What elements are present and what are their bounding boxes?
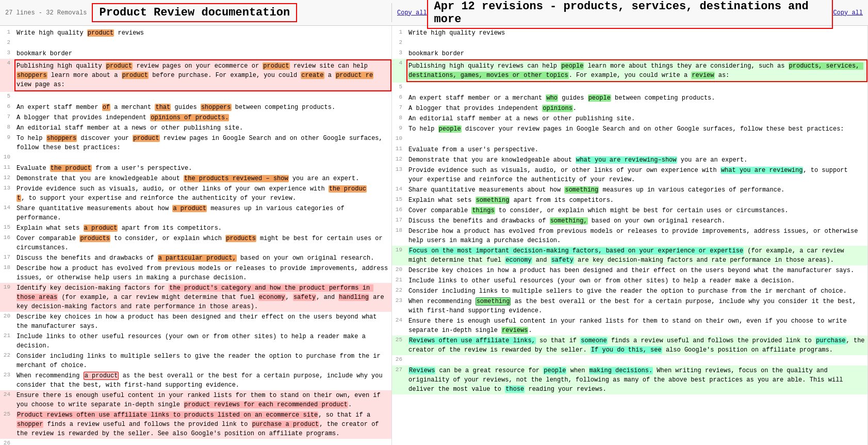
right-panel[interactable]: 1 Write high quality reviews 2 3 bookmar… — [392, 26, 868, 445]
table-row: 18 Describe how a product has evolved fr… — [0, 263, 391, 283]
table-row: 25 Product reviews often use affiliate l… — [0, 410, 391, 439]
table-row: 21 Include links to other useful resourc… — [392, 276, 867, 286]
meta-info-left: 27 lines - 32 Removals — [5, 9, 87, 17]
table-row: 8 An editorial staff member at a news or… — [392, 114, 867, 124]
table-row: 26 — [0, 439, 391, 445]
table-row: 14 Share quantitative measurements about… — [392, 185, 867, 195]
left-title: Product Review documentation — [92, 3, 297, 22]
table-row: 1 Write high quality reviews — [392, 28, 867, 38]
table-row: 24 Ensure there is enough useful content… — [392, 316, 867, 336]
table-row: 12 Demonstrate that you are knowledgeabl… — [0, 173, 391, 184]
right-panel-content: 1 Write high quality reviews 2 3 bookmar… — [392, 26, 867, 396]
line-count: 27 lines - 32 Removals — [5, 9, 87, 17]
table-row: 25 Reviews often use affiliate links, so… — [392, 336, 867, 355]
left-panel[interactable]: 1 Write high quality product reviews 2 3… — [0, 26, 392, 445]
table-row: 13 Provide evidence such as visuals, aud… — [392, 165, 867, 185]
table-row: 15 Explain what sets something apart fro… — [392, 195, 867, 205]
highlight: product — [87, 29, 114, 37]
table-row: 24 Ensure there is enough useful content… — [0, 390, 391, 410]
header-left: 27 lines - 32 Removals Product Review do… — [0, 3, 392, 22]
table-row: 14 Share quantitative measurements about… — [0, 203, 391, 223]
table-row: 18 Describe how a product has evolved fr… — [392, 226, 867, 246]
left-panel-content: 1 Write high quality product reviews 2 3… — [0, 26, 391, 445]
diff-panels: 1 Write high quality product reviews 2 3… — [0, 26, 868, 445]
table-row: 5 — [0, 92, 391, 102]
table-row: 23 When recommending a product as the be… — [0, 371, 391, 390]
table-row: 11 Evaluate from a user's perspective. — [392, 145, 867, 155]
table-row: 12 Demonstrate that you are knowledgeabl… — [392, 155, 867, 165]
header: 27 lines - 32 Removals Product Review do… — [0, 0, 868, 26]
main-container: 27 lines - 32 Removals Product Review do… — [0, 0, 868, 445]
table-row: 27 Reviews can be a great resource for p… — [392, 365, 867, 394]
table-row: 20 Describe key choices in how a product… — [392, 265, 867, 276]
table-row: 22 Consider including links to multiple … — [0, 351, 391, 371]
table-row: 22 Consider including links to multiple … — [392, 286, 867, 296]
table-row: 10 — [392, 134, 867, 145]
table-row: 7 A blogger that provides independent op… — [0, 113, 391, 123]
table-row: 11 Evaluate the product from a user's pe… — [0, 163, 391, 173]
table-row: 21 Include links to other useful resourc… — [0, 331, 391, 351]
table-row: 4 Publishing high quality product review… — [0, 59, 391, 92]
table-row: 2 — [0, 38, 391, 49]
table-row: 2 — [392, 38, 867, 49]
table-row: 16 Cover comparable things to consider, … — [392, 205, 867, 216]
table-row: 4 Publishing high quality reviews can he… — [392, 59, 867, 83]
copy-button-left[interactable]: Copy all — [397, 9, 427, 17]
copy-button-right[interactable]: Copy all — [833, 9, 863, 17]
table-row: 6 An expert staff member of a merchant t… — [0, 102, 391, 113]
table-row: 10 — [0, 153, 391, 163]
table-row: 8 An editorial staff member at a news or… — [0, 123, 391, 133]
table-row: 1 Write high quality product reviews — [0, 28, 391, 38]
right-title: Apr 12 revisions - products, services, d… — [427, 0, 833, 29]
table-row: 19 Focus on the most important decision-… — [392, 246, 867, 265]
table-row: 9 To help people discover your review pa… — [392, 124, 867, 134]
table-row: 20 Describe key choices in how a product… — [0, 312, 391, 331]
table-row: 6 An expert staff member or a merchant w… — [392, 93, 867, 103]
table-row: 17 Discuss the benefits and drawbacks of… — [0, 253, 391, 263]
table-row: 23 When recommending something as the be… — [392, 296, 867, 316]
table-row: 19 Identify key decision-making factors … — [0, 283, 391, 312]
table-row: 7 A blogger that provides independent op… — [392, 103, 867, 114]
header-right: Copy all Apr 12 revisions - products, se… — [392, 0, 868, 29]
table-row: 17 Discuss the benefits and drawbacks of… — [392, 216, 867, 226]
table-row: 3 bookmark border — [0, 49, 391, 59]
table-row: 15 Explain what sets a product apart fro… — [0, 223, 391, 233]
table-row: 16 Cover comparable products to consider… — [0, 233, 391, 253]
table-row: 13 Provide evidence such as visuals, aud… — [0, 184, 391, 203]
table-row: 5 — [392, 83, 867, 93]
table-row: 3 bookmark border — [392, 49, 867, 59]
table-row: 26 — [392, 355, 867, 365]
table-row: 9 To help shoppers discover your product… — [0, 133, 391, 153]
